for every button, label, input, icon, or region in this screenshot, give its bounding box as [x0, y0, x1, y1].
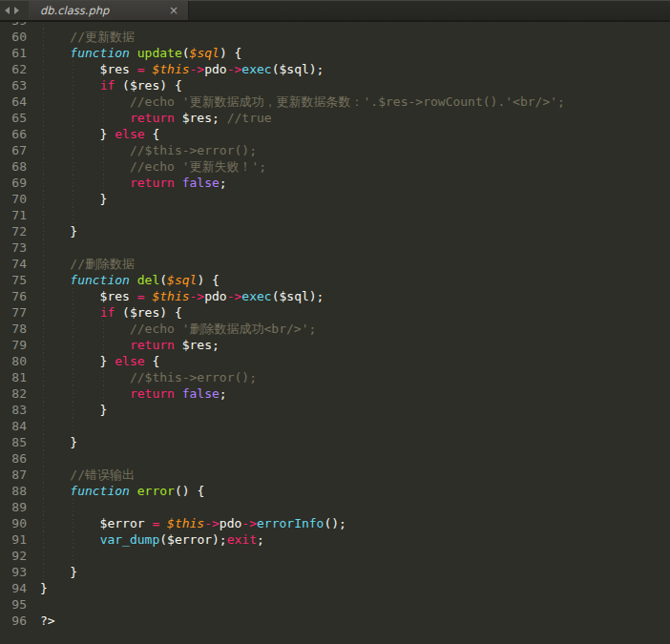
code-token: $error	[40, 516, 152, 530]
code-line[interactable]: 74 //删除数据	[0, 256, 670, 272]
code-line[interactable]: 61 function update($sql) {	[0, 45, 670, 61]
code-line[interactable]: 76 $res = $this->pdo->exec($sql);	[0, 288, 670, 304]
code-token: $res;	[175, 111, 227, 125]
code-token: ($res) {	[115, 305, 181, 320]
code-token: ;	[257, 532, 264, 547]
code-line[interactable]: 77 if ($res) {	[0, 304, 670, 321]
tab-bar: db.class.php ×	[0, 0, 670, 20]
code-token: ($sql);	[272, 62, 325, 76]
code-line[interactable]: 69 return false;	[0, 175, 670, 191]
code-content	[40, 207, 670, 223]
code-line[interactable]: 70 }	[0, 191, 670, 207]
code-content: return $res;	[40, 337, 670, 353]
code-line[interactable]: 60 //更新数据	[0, 29, 670, 45]
code-token: }	[40, 354, 115, 368]
code-line[interactable]: 82 return false;	[0, 385, 670, 402]
code-token: var_dump	[100, 532, 160, 547]
code-content: return false;	[40, 385, 670, 402]
code-line[interactable]: 65 return $res; //true	[0, 110, 670, 126]
code-line[interactable]: 67 //$this->error();	[0, 142, 670, 158]
close-icon[interactable]: ×	[167, 4, 180, 17]
code-line[interactable]: 84	[0, 418, 670, 434]
code-content: ?>	[40, 613, 670, 629]
code-token: $this	[152, 62, 189, 76]
code-line[interactable]: 85 }	[0, 434, 670, 450]
code-line[interactable]: 73	[0, 239, 670, 256]
indent-guide	[43, 239, 44, 256]
code-content: if ($res) {	[40, 304, 670, 321]
code-content	[40, 499, 670, 515]
code-token: else	[115, 354, 144, 368]
code-line[interactable]: 72 }	[0, 223, 670, 239]
code-line[interactable]: 89	[0, 499, 670, 515]
indent-guide	[73, 499, 73, 515]
code-token: //更新数据	[70, 30, 135, 44]
code-token: errorInfo	[257, 516, 324, 530]
code-line[interactable]: 80 } else {	[0, 353, 670, 369]
code-line[interactable]: 78 //echo '删除数据成功<br/>';	[0, 321, 670, 337]
code-line[interactable]: 87 //错误输出	[0, 467, 670, 483]
code-content: return false;	[40, 175, 670, 191]
code-editor[interactable]: 5960 //更新数据61 function update($sql) {62 …	[0, 22, 670, 644]
code-line[interactable]: 63 if ($res) {	[0, 77, 670, 93]
code-line[interactable]: 91 var_dump($error);exit;	[0, 531, 670, 548]
code-content: }	[40, 580, 670, 596]
code-token: (	[182, 46, 190, 60]
code-token	[40, 484, 70, 498]
code-content: //错误输出	[40, 467, 670, 483]
code-token	[40, 78, 100, 93]
code-token: else	[115, 127, 144, 141]
code-line[interactable]: 81 //$this->error();	[0, 369, 670, 385]
code-line[interactable]: 66 } else {	[0, 126, 670, 142]
nav-back-icon[interactable]	[5, 7, 10, 14]
code-token	[40, 467, 70, 482]
code-token	[130, 484, 137, 498]
tab-db-class-php[interactable]: db.class.php ×	[29, 1, 189, 20]
code-content: //echo '更新失败！';	[40, 158, 670, 175]
code-content: //$this->error();	[40, 142, 670, 158]
line-number: 70	[0, 191, 27, 207]
code-line[interactable]: 93 }	[0, 564, 670, 580]
code-line[interactable]: 88 function error() {	[0, 483, 670, 499]
code-line[interactable]: 59	[0, 22, 670, 29]
code-line[interactable]: 68 //echo '更新失败！';	[0, 158, 670, 175]
indent-guide	[73, 548, 73, 564]
code-token: exit	[227, 532, 257, 547]
code-line[interactable]: 96?>	[0, 613, 670, 629]
code-line[interactable]: 62 $res = $this->pdo->exec($sql);	[0, 61, 670, 77]
code-line[interactable]: 94}	[0, 580, 670, 596]
code-token: //删除数据	[70, 257, 135, 271]
code-lines: 5960 //更新数据61 function update($sql) {62 …	[0, 22, 670, 629]
code-token: update	[137, 46, 182, 60]
line-number: 95	[0, 596, 27, 613]
code-token: ->	[241, 516, 257, 530]
code-line[interactable]: 90 $error = $this->pdo->errorInfo();	[0, 515, 670, 531]
code-line[interactable]: 71	[0, 207, 670, 223]
code-token	[40, 370, 130, 384]
code-token: false	[182, 386, 220, 401]
line-number: 68	[0, 158, 27, 175]
code-content: //echo '删除数据成功<br/>';	[40, 321, 670, 337]
code-line[interactable]: 86	[0, 450, 670, 467]
code-token	[175, 176, 182, 190]
code-content: function update($sql) {	[40, 45, 670, 61]
code-content: }	[40, 434, 670, 450]
code-token	[159, 516, 167, 530]
code-content: //echo '更新数据成功，更新数据条数：'.$res->rowCount()…	[40, 93, 670, 110]
code-content: //删除数据	[40, 256, 670, 272]
code-line[interactable]: 83 }	[0, 402, 670, 418]
line-number: 90	[0, 515, 27, 531]
code-line[interactable]: 92	[0, 548, 670, 564]
code-token: exec	[241, 62, 271, 76]
code-token: }	[40, 127, 115, 141]
code-token: ->	[204, 516, 220, 530]
nav-forward-icon[interactable]	[14, 7, 19, 14]
code-line[interactable]: 64 //echo '更新数据成功，更新数据条数：'.$res->rowCoun…	[0, 93, 670, 110]
code-line[interactable]: 95	[0, 596, 670, 613]
code-token	[40, 305, 100, 320]
code-line[interactable]: 75 function del($sql) {	[0, 272, 670, 288]
code-line[interactable]: 79 return $res;	[0, 337, 670, 353]
line-number: 81	[0, 369, 27, 385]
code-content: $error = $this->pdo->errorInfo();	[40, 515, 670, 531]
code-token	[40, 273, 70, 287]
